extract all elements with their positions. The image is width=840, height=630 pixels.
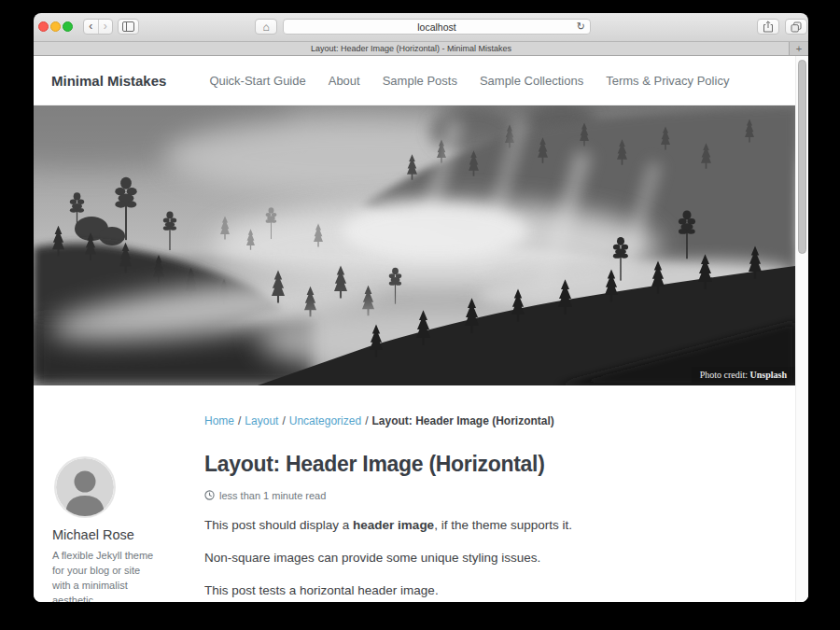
author-sidebar: Michael Rose A flexible Jekyll theme for… — [52, 385, 194, 602]
article-column: Home/Layout/Uncategorized/Layout: Header… — [204, 385, 808, 602]
paragraph-text: This post tests a horizontal header imag… — [204, 583, 439, 597]
nav-quick-start-guide[interactable]: Quick-Start Guide — [209, 74, 305, 88]
history-nav-group: ‹ › — [83, 19, 113, 35]
page-viewport: Minimal Mistakes Quick-Start Guide About… — [34, 56, 808, 602]
tabs-icon — [791, 21, 802, 33]
author-bio: A flexible Jekyll theme for your blog or… — [52, 549, 157, 602]
breadcrumb-current: Layout: Header Image (Horizontal) — [371, 414, 553, 427]
article-paragraph: Non-square images can provide some uniqu… — [204, 550, 727, 567]
address-bar[interactable]: localhost ↻ — [283, 19, 591, 35]
reload-button[interactable]: ↻ — [577, 20, 585, 34]
share-button[interactable] — [757, 19, 779, 35]
share-icon — [763, 21, 774, 33]
plus-icon: + — [796, 43, 802, 54]
home-icon: ⌂ — [262, 21, 269, 34]
tab-title: Layout: Header Image (Horizontal) - Mini… — [311, 44, 511, 53]
active-tab[interactable]: Layout: Header Image (Horizontal) - Mini… — [34, 42, 790, 55]
browser-toolbar: ‹ › ⌂ localhost ↻ — [34, 13, 808, 42]
photo-credit-prefix: Photo credit: — [700, 370, 750, 380]
person-silhouette-icon — [56, 458, 114, 516]
url-text: localhost — [284, 20, 590, 34]
site-title-link[interactable]: Minimal Mistakes — [51, 73, 166, 89]
home-button[interactable]: ⌂ — [255, 19, 277, 35]
page-title: Layout: Header Image (Horizontal) — [204, 453, 808, 475]
foggy-forest-photo — [34, 105, 795, 385]
forward-icon: › — [104, 20, 107, 33]
page-content: Michael Rose A flexible Jekyll theme for… — [34, 385, 808, 602]
back-button[interactable]: ‹ — [84, 20, 99, 34]
breadcrumb-separator: / — [365, 414, 368, 427]
read-time-meta: less than 1 minute read — [204, 490, 808, 501]
header-image: Photo credit: Unsplash — [34, 105, 795, 385]
scrollbar-thumb[interactable] — [798, 60, 806, 254]
article-paragraph: This post should display a header image,… — [204, 517, 727, 534]
article-paragraph: This post tests a horizontal header imag… — [204, 582, 727, 599]
site-nav: Quick-Start Guide About Sample Posts Sam… — [166, 74, 729, 88]
forward-button[interactable]: › — [99, 20, 113, 34]
breadcrumb-home[interactable]: Home — [204, 414, 234, 427]
breadcrumb-separator: / — [282, 414, 285, 427]
paragraph-text: Non-square images can provide some uniqu… — [204, 551, 540, 565]
breadcrumb: Home/Layout/Uncategorized/Layout: Header… — [204, 414, 808, 427]
window-controls — [38, 21, 73, 32]
minimize-window-button[interactable] — [50, 21, 61, 32]
nav-sample-posts[interactable]: Sample Posts — [383, 74, 457, 88]
avatar — [56, 458, 114, 516]
read-time-text: less than 1 minute read — [219, 490, 326, 501]
site-masthead: Minimal Mistakes Quick-Start Guide About… — [34, 56, 808, 105]
reload-icon: ↻ — [577, 21, 585, 33]
photo-credit: Photo credit: Unsplash — [692, 367, 795, 383]
sidebar-icon — [122, 21, 134, 32]
clock-icon — [204, 490, 215, 500]
close-window-button[interactable] — [38, 21, 49, 32]
breadcrumb-separator: / — [238, 414, 241, 427]
nav-terms-privacy[interactable]: Terms & Privacy Policy — [606, 74, 729, 88]
show-tabs-button[interactable] — [785, 19, 807, 35]
new-tab-button[interactable]: + — [790, 42, 808, 55]
breadcrumb-layout[interactable]: Layout — [245, 414, 278, 427]
screen: ‹ › ⌂ localhost ↻ — [0, 0, 840, 630]
paragraph-text: This post should display a — [204, 518, 353, 532]
paragraph-text: , if the theme supports it. — [434, 518, 572, 532]
sidebar-toggle-button[interactable] — [118, 19, 139, 35]
author-name: Michael Rose — [52, 527, 194, 542]
photo-credit-source: Unsplash — [750, 370, 787, 380]
back-icon: ‹ — [89, 20, 92, 33]
nav-about[interactable]: About — [329, 74, 360, 88]
browser-window: ‹ › ⌂ localhost ↻ — [34, 13, 808, 602]
tab-bar: Layout: Header Image (Horizontal) - Mini… — [34, 42, 808, 56]
scrollbar-track[interactable] — [795, 56, 808, 602]
zoom-window-button[interactable] — [63, 21, 73, 32]
paragraph-bold-text: header image — [353, 518, 434, 532]
breadcrumb-uncategorized[interactable]: Uncategorized — [289, 414, 361, 427]
nav-sample-collections[interactable]: Sample Collections — [480, 74, 583, 88]
